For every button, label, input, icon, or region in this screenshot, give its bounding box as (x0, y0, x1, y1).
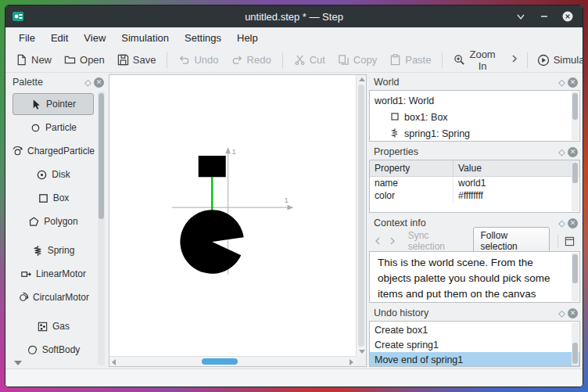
float-panel-icon[interactable]: ◇ (556, 307, 568, 319)
back-icon[interactable] (372, 235, 384, 247)
window-title: untitled.step * — Step (5, 11, 583, 23)
canvas-vertical-scrollbar[interactable] (356, 75, 366, 356)
table-row[interactable]: color #ffffffff (370, 189, 579, 202)
world-scrollbar-thumb[interactable] (572, 93, 578, 120)
box1-shape[interactable] (199, 156, 226, 177)
cut-button[interactable]: Cut (289, 51, 331, 69)
property-value-cell[interactable]: world1 (454, 177, 580, 190)
titlebar[interactable]: untitled.step * — Step (5, 5, 583, 27)
column-header-property[interactable]: Property (370, 160, 454, 177)
new-button[interactable]: New (10, 51, 57, 69)
box-icon (38, 192, 49, 204)
save-button[interactable]: Save (112, 51, 162, 69)
close-panel-icon[interactable]: ✕ (568, 218, 578, 228)
world-tree: world1: World box1: Box spring1: Spring (370, 91, 579, 142)
redo-button[interactable]: Redo (226, 51, 277, 69)
simulate-button[interactable]: Simulate (532, 51, 583, 70)
box-icon (390, 112, 400, 122)
scroll-up-icon[interactable] (359, 77, 365, 81)
open-folder-icon (64, 54, 76, 66)
context-info-toolbar: Sync selection Follow selection (369, 231, 580, 251)
close-button[interactable] (561, 9, 575, 23)
toolbar-separator (167, 52, 167, 68)
float-panel-icon[interactable]: ◇ (82, 77, 94, 88)
context-scrollbar[interactable] (572, 253, 579, 301)
spring-icon (32, 245, 44, 257)
tree-item-box1[interactable]: box1: Box (375, 109, 570, 125)
menu-edit[interactable]: Edit (44, 30, 75, 46)
palette-item-softbody[interactable]: SoftBody (13, 339, 94, 361)
float-panel-icon[interactable]: ◇ (556, 77, 568, 88)
undo-item-move-end-of-spring1[interactable]: Move end of spring1 (370, 352, 579, 367)
close-panel-icon[interactable]: ✕ (568, 147, 578, 157)
copy-icon (338, 54, 350, 66)
palette-item-disk[interactable]: Disk (13, 164, 94, 185)
undo-item-create-spring1[interactable]: Create spring1 (370, 337, 579, 352)
menu-simulation[interactable]: Simulation (114, 30, 176, 46)
undo-list: Create box1 Create spring1 Move end of s… (370, 322, 579, 367)
context-info-panel: Context info ◇ ✕ Sync selection Follow s… (369, 215, 580, 303)
scroll-right-icon[interactable] (350, 359, 353, 365)
open-in-browser-icon[interactable] (562, 233, 577, 249)
scroll-down-icon[interactable] (359, 350, 365, 354)
canvas-horizontal-scrollbar[interactable] (109, 356, 356, 366)
keep-below-button[interactable] (514, 9, 528, 23)
table-row[interactable]: name world1 (370, 177, 579, 190)
tree-item-world1[interactable]: world1: World (375, 92, 570, 109)
copy-button[interactable]: Copy (332, 51, 382, 69)
menu-view[interactable]: View (77, 30, 113, 46)
forward-icon[interactable] (387, 235, 399, 247)
canvas-vertical-scrollbar-thumb[interactable] (358, 85, 364, 347)
palette-scrollbar-thumb[interactable] (99, 93, 104, 219)
canvas-horizontal-scrollbar-thumb[interactable] (202, 358, 238, 365)
palette-item-box[interactable]: Box (13, 187, 94, 209)
palette-item-spring[interactable]: Spring (13, 239, 94, 261)
open-button[interactable]: Open (59, 51, 110, 69)
undo-item-create-box1[interactable]: Create box1 (370, 322, 579, 337)
world-canvas[interactable]: 1 1 (109, 74, 367, 367)
context-info-body: This is the world scene. From the object… (369, 251, 580, 303)
desktop-wallpaper: untitled.step * — Step File Edit View Si… (0, 0, 588, 392)
palette-item-particle[interactable]: Particle (13, 117, 94, 138)
toolbar-overflow-chevron-icon[interactable] (507, 52, 522, 67)
float-panel-icon[interactable]: ◇ (556, 218, 568, 229)
zoom-in-button[interactable]: Zoom In (448, 45, 500, 75)
tree-item-spring1[interactable]: spring1: Spring (375, 125, 570, 142)
palette-item-polygon[interactable]: Polygon (13, 210, 94, 232)
world-scrollbar[interactable] (572, 92, 579, 140)
disk-shape[interactable] (180, 210, 243, 274)
properties-scrollbar[interactable] (572, 161, 579, 211)
column-header-value[interactable]: Value (454, 160, 580, 177)
palette-item-gas[interactable]: Gas (13, 315, 94, 337)
close-panel-icon[interactable]: ✕ (568, 308, 578, 318)
palette-scroll-down-icon[interactable] (14, 361, 22, 365)
sync-selection-button[interactable]: Sync selection (402, 228, 471, 254)
menu-help[interactable]: Help (230, 30, 265, 46)
minimize-button[interactable] (537, 9, 551, 23)
palette-item-chargedparticle[interactable]: ChargedParticle (13, 140, 94, 162)
linear-motor-icon (20, 268, 32, 280)
palette-item-circularmotor[interactable]: CircularMotor (13, 286, 94, 308)
palette-item-pointer[interactable]: Pointer (13, 93, 94, 115)
undo-scrollbar[interactable] (572, 322, 579, 365)
property-value-cell[interactable]: #ffffffff (454, 189, 580, 202)
context-scrollbar-thumb[interactable] (572, 254, 578, 283)
float-panel-icon[interactable]: ◇ (556, 146, 568, 158)
paste-button[interactable]: Paste (384, 51, 436, 69)
palette-item-linearmotor[interactable]: LinearMotor (13, 263, 94, 285)
palette-item-weightforce[interactable]: WeightF (13, 362, 94, 367)
scroll-left-icon[interactable] (112, 359, 116, 365)
properties-scrollbar-thumb[interactable] (572, 163, 578, 183)
charged-particle-icon (12, 146, 23, 157)
soft-body-icon (27, 344, 38, 356)
properties-table: Property Value name world1 col (370, 160, 579, 202)
palette-body: Pointer Particle ChargedParticle Disk (8, 90, 106, 367)
undo-scrollbar-thumb[interactable] (572, 343, 578, 365)
palette-scrollbar[interactable] (98, 92, 105, 365)
menu-file[interactable]: File (12, 30, 42, 46)
menu-settings[interactable]: Settings (177, 30, 228, 46)
undo-button[interactable]: Undo (173, 51, 224, 69)
close-panel-icon[interactable]: ✕ (94, 77, 104, 88)
undo-history-header: Undo history ◇ ✕ (369, 305, 580, 321)
close-panel-icon[interactable]: ✕ (568, 77, 578, 88)
